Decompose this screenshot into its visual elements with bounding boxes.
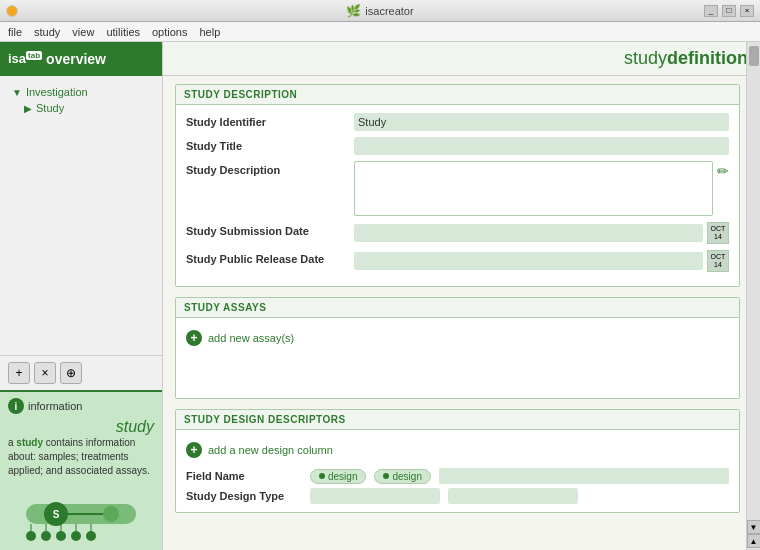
- svg-point-7: [56, 531, 66, 541]
- submission-date-row: Study Submission Date OCT14: [186, 222, 729, 244]
- study-desc-label: Study Description: [186, 161, 346, 176]
- submission-date-input[interactable]: [354, 224, 703, 242]
- study-description-textarea[interactable]: [354, 161, 713, 216]
- add-column-icon: +: [186, 442, 202, 458]
- study-design-descriptors-title: STUDY DESIGN DESCRIPTORS: [176, 410, 739, 430]
- scroll-up-arrow[interactable]: ▲: [747, 534, 761, 548]
- design-type-input-1[interactable]: [310, 488, 440, 504]
- study-description-title: study description: [176, 85, 739, 105]
- maximize-button[interactable]: □: [722, 5, 736, 17]
- svg-point-9: [86, 531, 96, 541]
- menu-bar: file study view utilities options help: [0, 22, 760, 42]
- close-button[interactable]: ×: [740, 5, 754, 17]
- sidebar-investigation-label: Investigation: [26, 86, 88, 98]
- investigation-chevron-icon: ▼: [12, 87, 22, 98]
- study-description-section: study description Study Identifier Study…: [175, 84, 740, 287]
- info-diagram: S: [8, 484, 154, 544]
- field-name-row: Field Name design design: [186, 468, 729, 484]
- menu-help[interactable]: help: [199, 26, 220, 38]
- info-study-title: study: [8, 418, 154, 436]
- study-identifier-value: [354, 113, 729, 131]
- menu-options[interactable]: options: [152, 26, 187, 38]
- study-identifier-input[interactable]: [354, 113, 729, 131]
- menu-utilities[interactable]: utilities: [106, 26, 140, 38]
- sidebar-toolbar: + × ⊕: [0, 355, 162, 390]
- svg-point-4: [103, 506, 119, 522]
- content-scroll[interactable]: study description Study Identifier Study…: [163, 76, 760, 550]
- assay-list-empty: [186, 350, 729, 390]
- sidebar-study-label: Study: [36, 102, 64, 114]
- sidebar-item-study[interactable]: ▶ Study: [8, 100, 154, 116]
- study-def-normal: study: [624, 48, 667, 68]
- svg-point-6: [41, 531, 51, 541]
- submission-date-value: OCT14: [354, 222, 729, 244]
- study-identifier-row: Study Identifier: [186, 113, 729, 131]
- submission-date-label: Study Submission Date: [186, 222, 346, 237]
- design-tag-2-label: design: [392, 471, 421, 482]
- app-logo: 🌿: [346, 4, 361, 18]
- design-tag-2[interactable]: design: [374, 469, 430, 484]
- add-assay-label: add new assay(s): [208, 332, 294, 344]
- window-controls-left: [6, 5, 18, 17]
- study-description-content: Study Identifier Study Title: [176, 105, 739, 286]
- field-name-label: Field Name: [186, 470, 306, 482]
- sidebar-overview-label: overview: [46, 51, 106, 67]
- field-name-input[interactable]: [439, 468, 729, 484]
- study-def-bold: definition: [667, 48, 748, 68]
- close-circle[interactable]: [6, 5, 18, 17]
- content-area: studydefinition study description Study …: [163, 42, 760, 550]
- study-assays-title: STUDY ASSAYS: [176, 298, 739, 318]
- add-button[interactable]: +: [8, 362, 30, 384]
- submission-date-calendar-btn[interactable]: OCT14: [707, 222, 729, 244]
- edit-icon[interactable]: ✏: [717, 161, 729, 216]
- info-title-label: information: [28, 400, 82, 412]
- design-dot-1: [319, 473, 325, 479]
- study-title-input[interactable]: [354, 137, 729, 155]
- menu-study[interactable]: study: [34, 26, 60, 38]
- vertical-scrollbar[interactable]: ▼ ▲: [746, 76, 760, 550]
- sidebar-logo: isatab: [8, 51, 42, 66]
- study-def-header: studydefinition: [163, 42, 760, 76]
- svg-point-5: [26, 531, 36, 541]
- study-desc-value: ✏: [354, 161, 729, 216]
- svg-point-8: [71, 531, 81, 541]
- sidebar-header: isatab overview: [0, 42, 162, 76]
- study-identifier-label: Study Identifier: [186, 113, 346, 128]
- sidebar-item-investigation[interactable]: ▼ Investigation: [8, 84, 154, 100]
- copy-button[interactable]: ⊕: [60, 362, 82, 384]
- design-dot-2: [383, 473, 389, 479]
- study-description-row: Study Description ✏: [186, 161, 729, 216]
- svg-text:S: S: [53, 509, 60, 520]
- info-description: a study contains information about: samp…: [8, 436, 154, 478]
- study-chevron-icon: ▶: [24, 103, 32, 114]
- title-text: 🌿 isacreator: [346, 4, 413, 18]
- release-date-input[interactable]: [354, 252, 703, 270]
- add-assay-button[interactable]: + add new assay(s): [186, 326, 729, 350]
- title-bar: 🌿 isacreator _ □ ×: [0, 0, 760, 22]
- release-date-calendar-btn[interactable]: OCT14: [707, 250, 729, 272]
- info-icon: i: [8, 398, 24, 414]
- study-assays-content: + add new assay(s): [176, 318, 739, 398]
- app-name: isacreator: [365, 5, 413, 17]
- add-assay-icon: +: [186, 330, 202, 346]
- main-container: isatab overview ▼ Investigation ▶ Study …: [0, 42, 760, 550]
- menu-view[interactable]: view: [72, 26, 94, 38]
- info-panel: i information study a study contains inf…: [0, 390, 162, 550]
- study-def-title: studydefinition: [175, 48, 748, 69]
- minimize-button[interactable]: _: [704, 5, 718, 17]
- sidebar: isatab overview ▼ Investigation ▶ Study …: [0, 42, 163, 550]
- release-date-label: Study Public Release Date: [186, 250, 346, 265]
- study-title-label: Study Title: [186, 137, 346, 152]
- remove-button[interactable]: ×: [34, 362, 56, 384]
- add-column-label: add a new design column: [208, 444, 333, 456]
- design-tag-1[interactable]: design: [310, 469, 366, 484]
- window-controls-right[interactable]: _ □ ×: [704, 5, 754, 17]
- scroll-down-arrow[interactable]: ▼: [747, 520, 761, 534]
- add-design-column-button[interactable]: + add a new design column: [186, 438, 729, 462]
- release-date-row: Study Public Release Date OCT14: [186, 250, 729, 272]
- release-date-value: OCT14: [354, 250, 729, 272]
- design-type-input-2[interactable]: [448, 488, 578, 504]
- design-tag-1-label: design: [328, 471, 357, 482]
- menu-file[interactable]: file: [8, 26, 22, 38]
- info-header: i information: [8, 398, 154, 414]
